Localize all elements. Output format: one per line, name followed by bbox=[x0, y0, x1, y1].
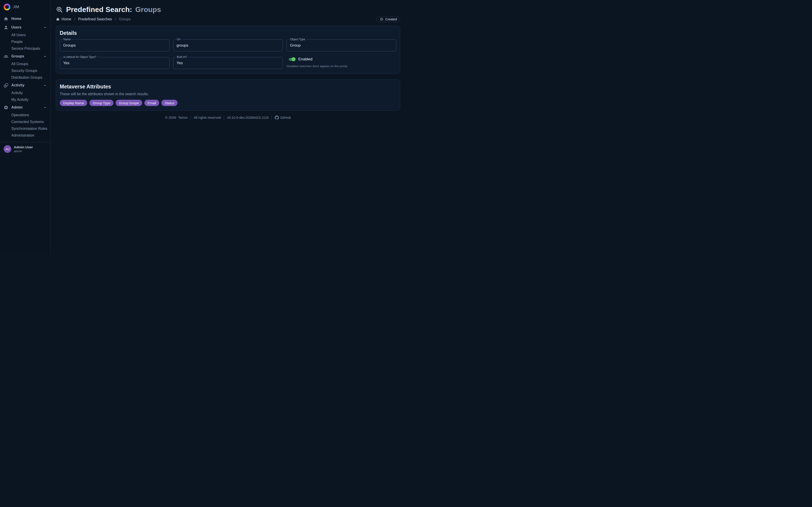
sidebar-item-activity[interactable]: Activity bbox=[0, 81, 50, 90]
sidebar-item-people[interactable]: People bbox=[0, 39, 50, 45]
breadcrumb-separator bbox=[115, 17, 116, 21]
is-default-field[interactable]: Is default for Object Type? Yes bbox=[60, 57, 169, 69]
enabled-toggle-label: Enabled bbox=[298, 57, 312, 61]
sidebar-item-label: Admin bbox=[11, 105, 22, 109]
sidebar-item-label: Activity bbox=[11, 83, 24, 87]
footer-separator bbox=[191, 116, 191, 120]
status-badge-label: Created bbox=[385, 17, 397, 21]
footer-copyright: © 2026 bbox=[165, 115, 176, 120]
sidebar-item-operations[interactable]: Operations bbox=[0, 112, 50, 118]
built-in-field-value: Yes bbox=[176, 61, 183, 65]
is-default-field-value: Yes bbox=[63, 61, 69, 65]
object-type-field-label: Object Type bbox=[289, 38, 306, 41]
attribute-chips: Display Name Group Type Group Scope Emai… bbox=[60, 100, 396, 106]
user-name: Admin User bbox=[14, 145, 33, 149]
sidebar-item-distribution-groups[interactable]: Distribution Groups bbox=[0, 74, 50, 81]
toggle-knob bbox=[292, 57, 296, 61]
attributes-subtitle: These will be the attributes shown in th… bbox=[60, 92, 396, 96]
sidebar-user[interactable]: AU Admin User admin bbox=[0, 142, 50, 156]
footer-separator bbox=[224, 116, 224, 120]
chevron-up-icon bbox=[43, 55, 47, 58]
app-logo-icon bbox=[4, 4, 10, 10]
stack-icon bbox=[4, 83, 8, 88]
github-icon bbox=[275, 116, 279, 120]
sidebar-item-administration[interactable]: Administration bbox=[0, 132, 50, 139]
details-card-title: Details bbox=[60, 30, 396, 36]
chevron-up-icon bbox=[43, 26, 47, 29]
sidebar-item-home[interactable]: Home bbox=[0, 14, 50, 23]
home-icon bbox=[4, 16, 8, 21]
page-title-prefix: Predefined Search: bbox=[66, 5, 132, 14]
enabled-toggle-cell: Enabled Disabled searches don't appear o… bbox=[287, 57, 396, 69]
details-field-grid: Name Groups Uri groups Object Type Group… bbox=[60, 39, 396, 69]
app-logo-row[interactable]: JIM bbox=[0, 0, 50, 10]
sidebar-item-synchronisation-rules[interactable]: Synchronisation Rules bbox=[0, 125, 50, 132]
attribute-chip-group-type: Group Type bbox=[89, 100, 113, 106]
sidebar-item-my-activity[interactable]: My Activity bbox=[0, 96, 50, 103]
home-icon bbox=[56, 17, 60, 21]
sidebar-item-label: Home bbox=[11, 17, 21, 21]
sidebar-item-groups[interactable]: Groups bbox=[0, 52, 50, 61]
sidebar-item-label: Users bbox=[11, 25, 21, 30]
object-type-field[interactable]: Object Type Group bbox=[287, 39, 396, 51]
name-field[interactable]: Name Groups bbox=[60, 39, 169, 51]
breadcrumb-home-label: Home bbox=[61, 17, 71, 21]
clock-icon bbox=[380, 17, 384, 21]
enabled-toggle-helper: Disabled searches don't appear on the po… bbox=[287, 64, 396, 68]
details-card: Details Name Groups Uri groups Object Ty… bbox=[56, 26, 400, 73]
github-link[interactable]: GitHub bbox=[275, 115, 291, 120]
sidebar-item-activity-sub[interactable]: Activity bbox=[0, 90, 50, 96]
is-default-field-label: Is default for Object Type? bbox=[62, 55, 98, 59]
sidebar-item-all-users[interactable]: All Users bbox=[0, 32, 50, 39]
sidebar-item-connected-systems[interactable]: Connected Systems bbox=[0, 118, 50, 125]
footer: © 2026 Tetron All rights reserved v0.10.… bbox=[56, 115, 400, 120]
app-name: JIM bbox=[13, 5, 19, 9]
built-in-field[interactable]: Built-in? Yes bbox=[173, 57, 283, 69]
gear-icon bbox=[4, 105, 8, 110]
sidebar-item-admin[interactable]: Admin bbox=[0, 103, 50, 112]
uri-field-value: groups bbox=[176, 43, 188, 48]
attribute-chip-display-name: Display Name bbox=[60, 100, 87, 106]
status-badge: Created bbox=[376, 16, 400, 22]
chevron-up-icon bbox=[43, 106, 47, 109]
built-in-field-label: Built-in? bbox=[175, 55, 188, 59]
attribute-chip-group-scope: Group Scope bbox=[116, 100, 142, 106]
object-type-field-value: Group bbox=[290, 43, 301, 48]
footer-company: Tetron bbox=[178, 115, 188, 120]
sidebar: JIM Home Users All Users People bbox=[0, 0, 50, 253]
sidebar-item-label: Groups bbox=[11, 54, 24, 58]
user-icon bbox=[4, 25, 8, 30]
sidebar-item-security-groups[interactable]: Security Groups bbox=[0, 67, 50, 74]
breadcrumb-home[interactable]: Home bbox=[56, 17, 71, 21]
sidebar-item-all-groups[interactable]: All Groups bbox=[0, 61, 50, 67]
metaverse-attributes-card: Metaverse Attributes These will be the a… bbox=[56, 79, 400, 111]
attribute-chip-status: Status bbox=[161, 100, 177, 106]
sidebar-item-service-principals[interactable]: Service Principals bbox=[0, 45, 50, 52]
chevron-up-icon bbox=[43, 84, 47, 87]
github-link-label: GitHub bbox=[281, 115, 291, 120]
breadcrumb-predefined-searches[interactable]: Predefined Searches bbox=[78, 17, 112, 21]
search-star-icon bbox=[56, 6, 63, 13]
breadcrumb-current: Groups bbox=[119, 17, 131, 21]
attributes-card-title: Metaverse Attributes bbox=[60, 83, 396, 90]
page-title-highlight: Groups bbox=[135, 5, 161, 14]
breadcrumb: Home Predefined Searches Groups Created bbox=[56, 16, 400, 22]
sidebar-item-users[interactable]: Users bbox=[0, 23, 50, 32]
main-content: Predefined Search: Groups Home Predefine… bbox=[50, 0, 406, 253]
footer-version: v0.10.0-dev.20260423.1110 bbox=[227, 115, 269, 120]
page-title: Predefined Search: Groups bbox=[56, 5, 400, 14]
uri-field-label: Uri bbox=[175, 38, 182, 41]
name-field-value: Groups bbox=[63, 43, 76, 48]
footer-rights: All rights reserved bbox=[194, 115, 221, 120]
name-field-label: Name bbox=[62, 38, 72, 41]
sidebar-nav: Home Users All Users People Service Prin… bbox=[0, 14, 50, 139]
user-role: admin bbox=[14, 149, 33, 153]
breadcrumb-separator bbox=[74, 17, 75, 21]
users-group-icon bbox=[4, 54, 8, 59]
uri-field[interactable]: Uri groups bbox=[173, 39, 283, 51]
app-window: JIM Home Users All Users People bbox=[0, 0, 406, 253]
avatar: AU bbox=[4, 145, 11, 153]
enabled-toggle[interactable] bbox=[289, 57, 296, 61]
attribute-chip-email: Email bbox=[144, 100, 159, 106]
footer-separator bbox=[271, 116, 272, 120]
